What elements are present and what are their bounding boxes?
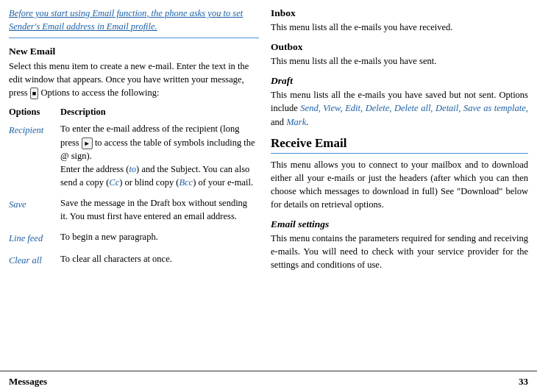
- option-desc-linefeed: To begin a new paragraph.: [60, 229, 259, 251]
- inbox-section: Inbox This menu lists all the e-mails yo…: [271, 7, 528, 34]
- receive-email-body: This menu allows you to connect to your …: [271, 158, 528, 212]
- description-col-header: Description: [60, 105, 259, 121]
- email-settings-title: Email settings: [271, 218, 528, 230]
- option-label-recipient: Recipient: [9, 121, 60, 195]
- receive-email-heading: Receive Email: [271, 136, 528, 154]
- draft-body: This menu lists all the e-mails you have…: [271, 88, 528, 128]
- email-settings-section: Email settings This menu contains the pa…: [271, 218, 528, 271]
- email-settings-title-italic: Email settings: [271, 218, 329, 229]
- outbox-section: Outbox This menu lists all the e-mails y…: [271, 41, 528, 68]
- email-settings-body: This menu contains the parameters requir…: [271, 232, 528, 271]
- option-desc-recipient: To enter the e-mail address of the recip…: [60, 121, 259, 195]
- intro-text: Before you start using Email function, t…: [9, 7, 259, 33]
- bcc-link: Bcc: [179, 177, 193, 188]
- table-row: Recipient To enter the e-mail address of…: [9, 121, 259, 195]
- outbox-title: Outbox: [271, 41, 528, 53]
- draft-body-end: and: [271, 117, 286, 127]
- outbox-body: This menu lists all the e-mails you have…: [271, 54, 528, 68]
- draft-body-final: .: [306, 117, 308, 127]
- table-row: Save Save the message in the Draft box w…: [9, 195, 259, 229]
- footer-left-label: Messages: [9, 376, 47, 388]
- new-email-body: Select this menu item to create a new e-…: [9, 60, 259, 99]
- option-label-clearall: Clear all: [9, 251, 60, 273]
- options-col-header: Options: [9, 105, 60, 121]
- mark-link: Mark: [286, 117, 306, 127]
- draft-section: Draft This menu lists all the e-mails yo…: [271, 75, 528, 128]
- options-key-icon: ■: [30, 88, 38, 99]
- table-row: Clear all To clear all characters at onc…: [9, 251, 259, 273]
- option-desc-save: Save the message in the Draft box withou…: [60, 195, 259, 229]
- to-link: to: [129, 164, 136, 174]
- intro-section: Before you start using Email function, t…: [9, 7, 259, 38]
- inbox-body: This menu lists all the e-mails you have…: [271, 21, 528, 34]
- options-table: Options Description Recipient To enter t…: [9, 105, 259, 273]
- option-desc-clearall: To clear all characters at once.: [60, 251, 259, 273]
- left-column: Before you start using Email function, t…: [9, 7, 259, 371]
- option-label-linefeed: Line feed: [9, 229, 60, 251]
- new-email-title: New Email: [9, 46, 259, 57]
- option-label-save: Save: [9, 195, 60, 229]
- new-email-section: New Email Select this menu item to creat…: [9, 46, 259, 99]
- footer: Messages 33: [0, 371, 537, 392]
- longpress-key-icon: ►: [82, 138, 93, 149]
- new-email-desc2: Options to access the following:: [38, 88, 159, 98]
- footer-right-page: 33: [519, 376, 528, 388]
- draft-title: Draft: [271, 75, 528, 87]
- table-row: Line feed To begin a new paragraph.: [9, 229, 259, 251]
- right-column: Inbox This menu lists all the e-mails yo…: [271, 7, 528, 371]
- draft-title-italic: Draft: [271, 75, 293, 86]
- draft-links: Send, View, Edit, Delete, Delete all, De…: [300, 103, 528, 113]
- page-container: Before you start using Email function, t…: [0, 0, 537, 392]
- inbox-title: Inbox: [271, 7, 528, 19]
- content-area: Before you start using Email function, t…: [0, 0, 537, 371]
- receive-email-section: Receive Email This menu allows you to co…: [271, 136, 528, 212]
- cc-link: Cc: [109, 177, 119, 188]
